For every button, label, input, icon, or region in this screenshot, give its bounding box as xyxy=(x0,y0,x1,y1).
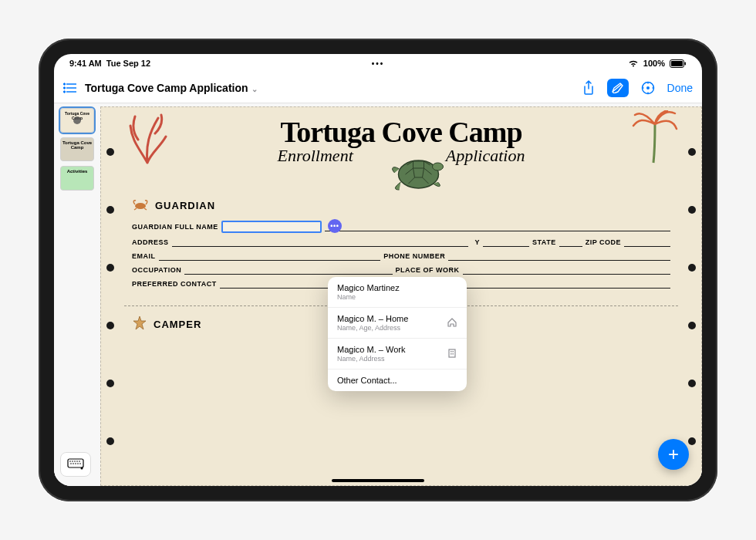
title-block: Tortuga Cove Camp Enrollment Application xyxy=(101,107,701,166)
camper-header: CAMPER xyxy=(154,319,201,330)
svg-rect-1 xyxy=(671,61,683,66)
label-place-work: PLACE OF WORK xyxy=(396,266,460,274)
state-field[interactable] xyxy=(559,238,582,247)
svg-point-7 xyxy=(63,86,65,88)
label-phone: PHONE NUMBER xyxy=(383,252,445,260)
status-center-dots: ••• xyxy=(372,59,385,68)
svg-rect-17 xyxy=(451,353,452,355)
email-field[interactable] xyxy=(159,251,381,261)
label-zip: ZIP CODE xyxy=(586,238,621,246)
camp-sub-left: Enrollment xyxy=(278,146,353,166)
svg-point-26 xyxy=(73,463,74,464)
markup-icon[interactable] xyxy=(607,79,629,97)
guardian-header: GUARDIAN xyxy=(155,200,215,211)
svg-point-22 xyxy=(74,461,76,462)
svg-rect-2 xyxy=(685,62,687,66)
document-canvas[interactable]: Tortuga Cove Camp Enrollment Application xyxy=(100,106,702,486)
home-icon xyxy=(447,317,457,329)
ipad-screen: 9:41 AM Tue Sep 12 ••• 100% xyxy=(54,54,702,486)
label-pref-contact: PREFERRED CONTACT xyxy=(132,280,217,288)
label-email: EMAIL xyxy=(132,252,156,260)
svg-rect-15 xyxy=(451,351,452,353)
city-field[interactable] xyxy=(483,238,529,247)
svg-point-8 xyxy=(63,90,65,92)
turtle-illustration xyxy=(384,150,454,199)
label-full-name: GUARDIAN FULL NAME xyxy=(132,223,218,231)
guardian-name-field[interactable] xyxy=(221,221,322,233)
autofill-indicator-icon[interactable]: ••• xyxy=(328,219,342,233)
keyboard-button[interactable] xyxy=(60,452,91,477)
ipad-frame: 9:41 AM Tue Sep 12 ••• 100% xyxy=(39,39,717,501)
page-thumbnail-2[interactable]: Tortuga Cove Camp xyxy=(60,137,94,162)
battery-icon xyxy=(670,59,687,69)
svg-rect-16 xyxy=(453,351,454,353)
building-icon xyxy=(447,348,457,360)
label-address: ADDRESS xyxy=(132,238,169,246)
label-city: Y xyxy=(474,238,480,246)
main-area: Tortuga Cove Camp Tortuga Cove Camp Acti… xyxy=(54,103,702,486)
occupation-field[interactable] xyxy=(184,265,392,275)
svg-point-28 xyxy=(77,463,79,464)
svg-point-24 xyxy=(79,461,80,462)
status-date: Tue Sep 12 xyxy=(106,59,150,68)
battery-percent: 100% xyxy=(643,59,665,68)
add-button[interactable]: + xyxy=(658,439,689,470)
svg-rect-14 xyxy=(449,349,455,357)
svg-point-29 xyxy=(79,463,81,464)
svg-point-30 xyxy=(81,467,83,470)
home-indicator[interactable] xyxy=(332,479,424,482)
zip-field[interactable] xyxy=(624,238,670,247)
svg-point-25 xyxy=(70,463,72,464)
thumb-menu-dot xyxy=(73,116,81,124)
starfish-icon xyxy=(132,316,147,333)
autofill-popup: Magico Martinez Name Magico M. – Home Na… xyxy=(328,277,467,391)
crab-icon xyxy=(132,198,149,213)
camp-sub-right: Application xyxy=(446,146,525,166)
svg-point-13 xyxy=(135,203,146,209)
svg-point-21 xyxy=(72,461,73,462)
label-state: STATE xyxy=(532,238,556,246)
thumbnail-sidebar: Tortuga Cove Camp Tortuga Cove Camp Acti… xyxy=(54,103,100,486)
chevron-down-icon: ⌄ xyxy=(251,85,258,93)
autofill-other-contact[interactable]: Other Contact... xyxy=(328,370,467,391)
share-icon[interactable] xyxy=(582,80,595,96)
svg-point-6 xyxy=(63,83,65,84)
phone-field[interactable] xyxy=(448,251,670,261)
autofill-option-2[interactable]: Magico M. – Home Name, Age, Address xyxy=(328,308,467,339)
label-occupation: OCCUPATION xyxy=(132,266,181,274)
svg-point-11 xyxy=(399,160,439,188)
page-thumbnail-3[interactable]: Activities xyxy=(60,166,94,191)
wifi-icon xyxy=(628,59,639,69)
done-button[interactable]: Done xyxy=(667,82,693,94)
autofill-option-3[interactable]: Magico M. – Work Name, Address xyxy=(328,339,467,370)
autofill-option-1[interactable]: Magico Martinez Name xyxy=(328,277,467,308)
page-thumbnail-1[interactable]: Tortuga Cove Camp xyxy=(60,108,94,133)
status-time: 9:41 AM xyxy=(69,59,102,68)
svg-point-23 xyxy=(76,461,78,462)
svg-rect-18 xyxy=(453,353,454,355)
svg-point-12 xyxy=(433,163,444,170)
svg-point-27 xyxy=(75,463,76,464)
status-bar: 9:41 AM Tue Sep 12 ••• 100% xyxy=(54,54,702,73)
coral-illustration xyxy=(124,110,170,167)
place-work-field[interactable] xyxy=(463,265,670,275)
document-title[interactable]: Tortuga Cove Camp Application⌄ xyxy=(85,82,258,94)
toolbar: Tortuga Cove Camp Application⌄ Done xyxy=(54,73,702,103)
camp-title: Tortuga Cove Camp xyxy=(132,115,670,149)
svg-point-10 xyxy=(646,86,650,89)
svg-point-20 xyxy=(69,461,71,462)
sidebar-toggle-icon[interactable] xyxy=(63,83,77,93)
address-field[interactable] xyxy=(172,238,469,247)
palm-illustration xyxy=(632,110,678,167)
search-page-icon[interactable] xyxy=(641,81,655,95)
